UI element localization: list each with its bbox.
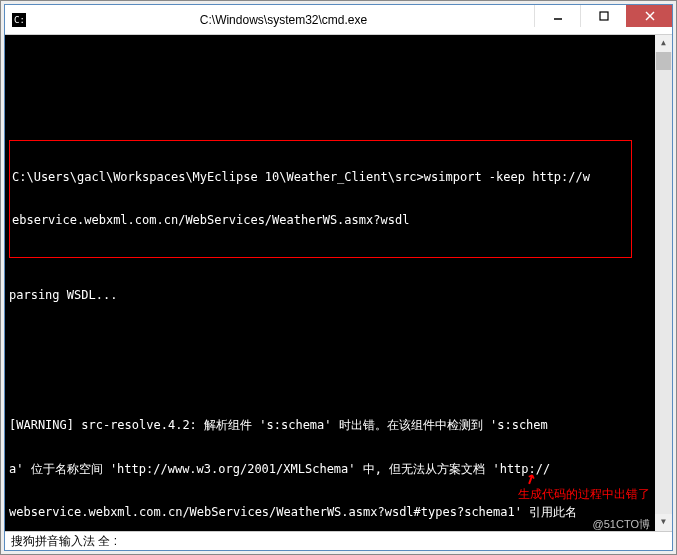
watermark: @51CTO博 — [593, 517, 650, 532]
vertical-scrollbar[interactable]: ▲ ▼ — [655, 35, 672, 531]
annotation-text: 生成代码的过程中出错了 — [518, 487, 650, 502]
scroll-down-button[interactable]: ▼ — [655, 514, 672, 531]
close-button[interactable] — [626, 5, 672, 27]
svg-rect-3 — [600, 12, 608, 20]
ime-status-bar: 搜狗拼音输入法 全 : — [5, 531, 672, 550]
terminal-area[interactable]: C:\Users\gacl\Workspaces\MyEclipse 10\We… — [5, 35, 672, 531]
parsing-line: parsing WSDL... — [9, 288, 652, 303]
scroll-up-button[interactable]: ▲ — [655, 35, 672, 52]
window-title: C:\Windows\system32\cmd.exe — [33, 13, 534, 27]
scroll-track[interactable] — [655, 52, 672, 514]
terminal-output: C:\Users\gacl\Workspaces\MyEclipse 10\We… — [9, 66, 672, 531]
scroll-thumb[interactable] — [656, 52, 671, 70]
warning-line: webservice.webxml.com.cn/WebServices/Wea… — [9, 505, 652, 520]
cmd-window: C: C:\Windows\system32\cmd.exe C:\Users\ — [4, 4, 673, 551]
command-highlight-box: C:\Users\gacl\Workspaces\MyEclipse 10\We… — [9, 140, 632, 258]
command-text: wsimport -keep http://w — [424, 170, 590, 184]
minimize-button[interactable] — [534, 5, 580, 27]
warning-line: [WARNING] src-resolve.4.2: 解析组件 's:schem… — [9, 418, 652, 433]
warning-line: a' 位于名称空间 'http://www.w3.org/2001/XMLSch… — [9, 462, 652, 477]
app-icon: C: — [11, 12, 27, 28]
command-continuation: ebservice.webxml.com.cn/WebServices/Weat… — [12, 213, 629, 228]
svg-text:C:: C: — [14, 15, 25, 25]
titlebar[interactable]: C: C:\Windows\system32\cmd.exe — [5, 5, 672, 35]
prompt: C:\Users\gacl\Workspaces\MyEclipse 10\We… — [12, 170, 424, 184]
maximize-button[interactable] — [580, 5, 626, 27]
window-controls — [534, 5, 672, 34]
